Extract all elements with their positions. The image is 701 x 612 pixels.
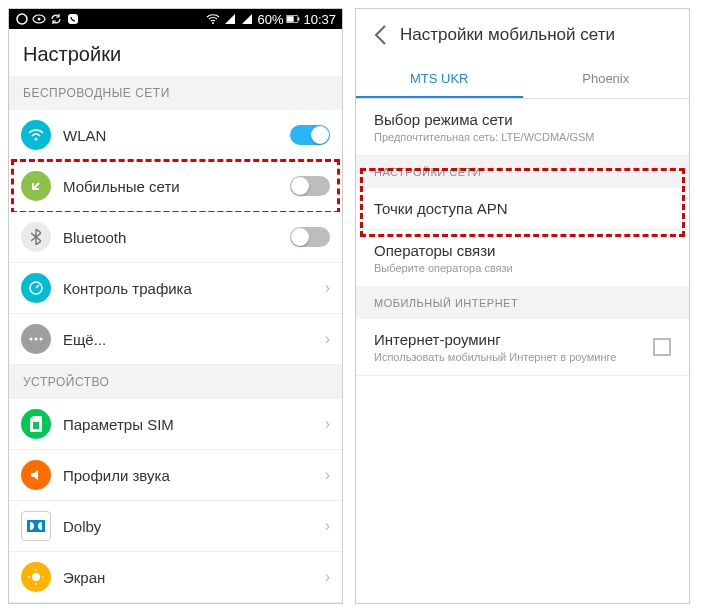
chevron-right-icon: › (325, 568, 330, 586)
chevron-right-icon: › (325, 330, 330, 348)
row-title: Интернет-роуминг (374, 331, 641, 348)
row-dolby[interactable]: Dolby › (9, 501, 342, 552)
row-title: Выбор режима сети (374, 111, 671, 128)
battery-percent: 60% (257, 12, 283, 27)
svg-rect-14 (27, 520, 45, 532)
signal2-icon (240, 12, 254, 26)
row-more[interactable]: Ещё... › (9, 314, 342, 365)
sound-icon (21, 460, 51, 490)
notif-icon (15, 12, 29, 26)
row-mobile-networks[interactable]: Мобильные сети (9, 161, 342, 212)
chevron-right-icon: › (325, 279, 330, 297)
sync-icon (49, 12, 63, 26)
eye-icon (32, 12, 46, 26)
row-apn[interactable]: Точки доступа APN (356, 188, 689, 230)
chevron-right-icon: › (325, 466, 330, 484)
bluetooth-icon (21, 222, 51, 252)
tab-phoenix[interactable]: Phoenix (523, 61, 690, 98)
row-label: Bluetooth (63, 229, 290, 246)
signal1-icon (223, 12, 237, 26)
row-title: Операторы связи (374, 242, 671, 259)
sim-icon (21, 409, 51, 439)
row-traffic[interactable]: Контроль трафика › (9, 263, 342, 314)
svg-point-12 (40, 338, 43, 341)
row-sim[interactable]: Параметры SIM › (9, 399, 342, 450)
statusbar-right: 60% 10:37 (206, 12, 336, 27)
header: Настройки мобильной сети (356, 9, 689, 61)
row-wlan[interactable]: WLAN (9, 110, 342, 161)
row-label: WLAN (63, 127, 290, 144)
svg-point-2 (38, 18, 41, 21)
row-label: Мобильные сети (63, 178, 290, 195)
row-operators[interactable]: Операторы связи Выберите оператора связи (356, 230, 689, 287)
section-mobile-internet: МОБИЛЬНЫЙ ИНТЕРНЕТ (356, 287, 689, 319)
row-screen[interactable]: Экран › (9, 552, 342, 603)
svg-rect-6 (287, 16, 294, 22)
bluetooth-toggle[interactable] (290, 227, 330, 247)
clock: 10:37 (303, 12, 336, 27)
svg-rect-13 (33, 422, 39, 429)
wifi-icon (206, 12, 220, 26)
svg-point-4 (212, 22, 214, 24)
settings-screen: 60% 10:37 Настройки БЕСПРОВОДНЫЕ СЕТИ WL… (8, 8, 343, 604)
row-bluetooth[interactable]: Bluetooth (9, 212, 342, 263)
row-subtitle: Предпочтительная сеть: LTE/WCDMA/GSM (374, 131, 671, 143)
row-label: Dolby (63, 518, 319, 535)
row-label: Экран (63, 569, 319, 586)
wlan-toggle[interactable] (290, 125, 330, 145)
svg-point-10 (30, 338, 33, 341)
chevron-right-icon: › (325, 517, 330, 535)
row-label: Профили звука (63, 467, 319, 484)
svg-point-11 (35, 338, 38, 341)
row-roaming[interactable]: Интернет-роуминг Использовать мобильный … (356, 319, 689, 376)
roaming-checkbox[interactable] (653, 338, 671, 356)
svg-rect-7 (298, 18, 299, 21)
screen-icon (21, 562, 51, 592)
statusbar-left (15, 12, 80, 26)
sim-tabs: MTS UKR Phoenix (356, 61, 689, 99)
row-label: Параметры SIM (63, 416, 319, 433)
traffic-icon (21, 273, 51, 303)
statusbar: 60% 10:37 (9, 9, 342, 29)
screen-title: Настройки мобильной сети (400, 25, 615, 45)
chevron-right-icon: › (325, 415, 330, 433)
mobile-network-settings-screen: Настройки мобильной сети MTS UKR Phoenix… (355, 8, 690, 604)
mobile-toggle[interactable] (290, 176, 330, 196)
page-title: Настройки (9, 29, 342, 76)
viber-icon (66, 12, 80, 26)
section-wireless: БЕСПРОВОДНЫЕ СЕТИ (9, 76, 342, 110)
section-device: УСТРОЙСТВО (9, 365, 342, 399)
svg-point-8 (35, 138, 38, 141)
row-subtitle: Выберите оператора связи (374, 262, 671, 274)
row-title: Точки доступа APN (374, 200, 671, 217)
row-sound-profiles[interactable]: Профили звука › (9, 450, 342, 501)
more-icon (21, 324, 51, 354)
row-network-mode[interactable]: Выбор режима сети Предпочтительная сеть:… (356, 99, 689, 156)
dolby-icon (21, 511, 51, 541)
row-subtitle: Использовать мобильный Интернет в роумин… (374, 351, 641, 363)
mobile-icon (21, 171, 51, 201)
section-network-settings: НАСТРОЙКИ СЕТИ (356, 156, 689, 188)
svg-point-0 (17, 14, 27, 24)
battery-icon (286, 12, 300, 26)
row-label: Ещё... (63, 331, 319, 348)
row-label: Контроль трафика (63, 280, 319, 297)
tab-mts[interactable]: MTS UKR (356, 61, 523, 98)
svg-rect-3 (68, 14, 78, 24)
svg-point-15 (32, 573, 40, 581)
back-button[interactable] (368, 23, 392, 47)
wlan-icon (21, 120, 51, 150)
